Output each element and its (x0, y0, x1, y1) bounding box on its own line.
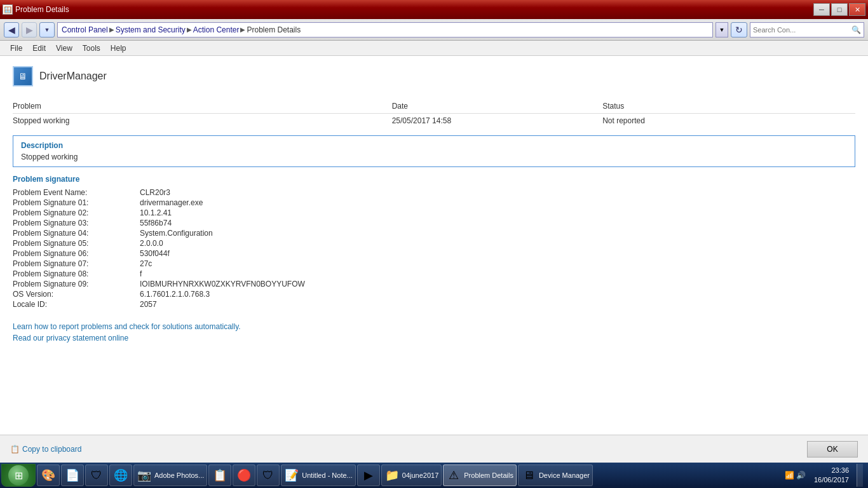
sig-key: Problem Signature 08: (13, 269, 140, 279)
maximize-button[interactable]: □ (831, 3, 848, 16)
sig-value: f (140, 269, 855, 279)
taskbar-item-folder[interactable]: 📁04june2017 (381, 464, 442, 486)
search-input[interactable] (753, 26, 849, 34)
app-icon: 🖥 (13, 66, 33, 86)
signature-row: Problem Signature 04: System.Configurati… (13, 228, 855, 238)
privacy-link[interactable]: Read our privacy statement online (13, 334, 855, 342)
clock-time: 23:36 (814, 466, 849, 475)
date-cell: 25/05/2017 14:58 (392, 114, 603, 128)
menu-view[interactable]: View (51, 43, 78, 54)
taskbar-icon-security: 🛡 (89, 468, 104, 483)
taskbar-item-app6[interactable]: 🔴 (233, 464, 255, 486)
content-wrapper: 🖥 DriverManager Problem Date Status Stop… (0, 56, 868, 463)
signature-row: Problem Signature 03: 55f86b74 (13, 218, 855, 228)
address-dropdown-button[interactable]: ▼ (715, 22, 728, 37)
sig-value: 55f86b74 (140, 218, 855, 228)
signature-table: Problem Event Name: CLR20r3 Problem Sign… (13, 187, 855, 309)
taskbar: ⊞ 🎨📄🛡🌐📷Adobe Photos...📋🔴🛡📝Untitled - Not… (0, 463, 868, 488)
taskbar-icon-adobe-photos: 📷 (137, 468, 152, 483)
description-box: Description Stopped working (13, 135, 855, 167)
sig-key: Locale ID: (13, 299, 140, 309)
breadcrumb-control-panel[interactable]: Control Panel (62, 25, 108, 34)
copy-label: Copy to clipboard (22, 445, 81, 454)
col-header-problem: Problem (13, 99, 392, 114)
taskbar-item-chrome[interactable]: 🌐 (109, 464, 132, 486)
sig-key: Problem Signature 06: (13, 248, 140, 259)
sig-key: Problem Signature 03: (13, 218, 140, 228)
sig-value: System.Configuration (140, 228, 855, 238)
show-desktop-button[interactable] (857, 464, 863, 487)
problem-cell: Stopped working (13, 114, 392, 128)
tray-volume-icon[interactable]: 🔊 (796, 470, 806, 480)
sig-value: 27c (140, 259, 855, 269)
signature-row: Problem Signature 09: IOIBMURHYNRXKW0ZXK… (13, 279, 855, 289)
taskbar-icon-notepad: 📝 (284, 468, 299, 483)
signature-row: OS Version: 6.1.7601.2.1.0.768.3 (13, 289, 855, 299)
signature-row: Problem Event Name: CLR20r3 (13, 187, 855, 198)
sig-key: Problem Event Name: (13, 187, 140, 198)
taskbar-icon-app5: 📋 (212, 468, 227, 483)
back-button[interactable]: ◀ (4, 22, 19, 37)
copy-to-clipboard-button[interactable]: 📋 Copy to clipboard (10, 445, 81, 454)
taskbar-item-app5[interactable]: 📋 (208, 464, 231, 486)
forward-button[interactable]: ▶ (22, 22, 37, 37)
problem-table: Problem Date Status Stopped working 25/0… (13, 99, 855, 128)
sig-key: Problem Signature 09: (13, 279, 140, 289)
learn-link[interactable]: Learn how to report problems and check f… (13, 322, 855, 331)
link-section: Learn how to report problems and check f… (13, 322, 855, 342)
taskbar-item-photoshop[interactable]: 🎨 (37, 464, 60, 486)
description-title: Description (21, 141, 847, 150)
taskbar-label-device-manager: Device Manager (539, 471, 590, 479)
menu-edit[interactable]: Edit (27, 43, 51, 54)
start-button[interactable]: ⊞ (1, 464, 36, 487)
title-bar-title: Problem Details (15, 5, 69, 14)
bottom-area: 📋 Copy to clipboard OK (0, 435, 868, 463)
taskbar-item-problem-details-task[interactable]: ⚠Problem Details (443, 464, 517, 486)
sig-key: Problem Signature 04: (13, 228, 140, 238)
taskbar-icon-problem-details-task: ⚠ (446, 468, 461, 483)
breadcrumb-system-security[interactable]: System and Security (116, 25, 186, 34)
taskbar-item-security[interactable]: 🛡 (85, 464, 108, 486)
address-bar: ◀ ▶ ▼ Control Panel ▶ System and Securit… (0, 19, 868, 41)
sig-value: 2057 (140, 299, 855, 309)
minimize-button[interactable]: ─ (813, 3, 830, 16)
close-button[interactable]: ✕ (849, 3, 865, 16)
col-header-status: Status (602, 99, 855, 114)
copy-icon: 📋 (10, 445, 20, 454)
taskbar-item-adobe-photos[interactable]: 📷Adobe Photos... (133, 464, 207, 486)
signature-row: Problem Signature 05: 2.0.0.0 (13, 238, 855, 248)
app-title: DriverManager (39, 71, 107, 82)
sig-value: 6.1.7601.2.1.0.768.3 (140, 289, 855, 299)
sig-value: 2.0.0.0 (140, 238, 855, 248)
menu-file[interactable]: File (5, 43, 27, 54)
refresh-button[interactable]: ↻ (731, 22, 747, 37)
search-icon: 🔍 (851, 25, 861, 34)
sig-value: 10.1.2.41 (140, 208, 855, 218)
ok-button[interactable]: OK (807, 441, 858, 458)
taskbar-label-adobe-photos: Adobe Photos... (154, 471, 204, 479)
taskbar-icon-media: ▶ (361, 468, 376, 483)
sig-key: Problem Signature 02: (13, 208, 140, 218)
sig-key: Problem Signature 07: (13, 259, 140, 269)
taskbar-item-mcafee[interactable]: 🛡 (257, 464, 280, 486)
breadcrumb: Control Panel ▶ System and Security ▶ Ac… (57, 22, 713, 37)
menu-tools[interactable]: Tools (78, 43, 105, 54)
taskbar-item-device-manager[interactable]: 🖥Device Manager (518, 464, 593, 486)
sig-key: OS Version: (13, 289, 140, 299)
signature-row: Problem Signature 06: 530f044f (13, 248, 855, 259)
dropdown-arrow-button[interactable]: ▼ (39, 22, 55, 37)
breadcrumb-action-center[interactable]: Action Center (193, 25, 240, 34)
title-bar-icon: 🪟 (3, 4, 13, 15)
menu-help[interactable]: Help (105, 43, 132, 54)
taskbar-icon-chrome: 🌐 (113, 468, 128, 483)
system-tray: 📶 🔊 23:36 16/06/2017 (781, 464, 867, 487)
taskbar-item-media[interactable]: ▶ (357, 464, 380, 486)
taskbar-item-acrobat[interactable]: 📄 (61, 464, 84, 486)
taskbar-icon-acrobat: 📄 (65, 468, 80, 483)
tray-network-icon[interactable]: 📶 (785, 470, 795, 480)
menu-bar: File Edit View Tools Help (0, 41, 868, 56)
signature-row: Problem Signature 02: 10.1.2.41 (13, 208, 855, 218)
breadcrumb-current: Problem Details (247, 25, 301, 34)
taskbar-item-notepad[interactable]: 📝Untitled - Note... (281, 464, 355, 486)
signature-row: Problem Signature 01: drivermanager.exe (13, 198, 855, 208)
